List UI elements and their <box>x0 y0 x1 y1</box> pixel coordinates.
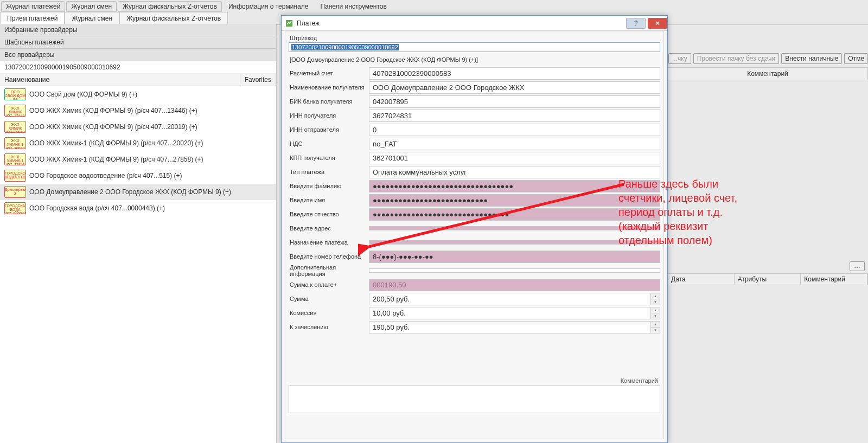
provider-item[interactable]: ГОРОДСКОЕ ВОДООТВЕДЕНИЕООО Городское вод… <box>0 168 276 184</box>
provider-item[interactable]: ЖКХ ХИМИК-1 407..27858ООО ЖКХ Химик-1 (К… <box>0 151 276 168</box>
provider-logo: ГОРОДСКОЕ ВОДООТВЕДЕНИЕ <box>4 170 26 182</box>
dialog-body: Штрихкод 1307200210090000190500900001069… <box>285 31 664 439</box>
main-tab[interactable]: Панели инструментов <box>315 1 392 12</box>
provider-item[interactable]: ЖКХ ХИМИК 407..20019ООО ЖКХ Химик (КОД Ф… <box>0 119 276 135</box>
field-row: Сумма200,50 руб.▲▼ <box>289 292 660 306</box>
sub-tab[interactable]: Журнал фискальных Z-отчетов <box>119 12 228 24</box>
barcode-label: Штрихкод <box>290 35 660 41</box>
close-button[interactable]: ✕ <box>648 18 667 29</box>
field-value[interactable]: ●●●●●●●●●●●●●●●●●●●●●●●●●●●●●●●●● <box>369 180 660 192</box>
field-label: ИНН отправителя <box>289 126 369 133</box>
field-value[interactable]: 190,50 руб. <box>369 321 650 333</box>
provider-item[interactable]: Домоуправление 2ООО Домоуправление 2 ООО… <box>0 184 276 200</box>
field-value[interactable]: 042007895 <box>369 95 660 108</box>
col-name: Наименование <box>0 74 240 86</box>
col-date: Дата <box>668 274 735 285</box>
provider-logo: ЖКХ ХИМИК 407..13446 <box>4 105 26 117</box>
cancel-button-fragment[interactable]: Отме <box>844 53 868 64</box>
field-row: Тип платежаОплата коммунальных услуг <box>289 165 660 179</box>
field-row: Назначение платежа <box>289 235 660 249</box>
field-value[interactable] <box>369 226 660 230</box>
field-value[interactable]: 0 <box>369 124 660 136</box>
main-tab[interactable]: Журнал фискальных Z-отчетов <box>118 1 222 12</box>
spinner[interactable]: ▲▼ <box>650 293 660 305</box>
field-row: Сумма к оплате+000190.50 <box>289 278 660 292</box>
field-value[interactable]: 40702810002390000583 <box>369 67 660 80</box>
barcode-input[interactable]: 13072002100900001905009000010692 <box>289 42 660 52</box>
comment-textarea[interactable] <box>289 385 660 413</box>
provider-number: 13072002100900001905009000010692 <box>0 61 276 74</box>
payment-dialog: Платеж ? ✕ Штрихкод 13072002100900001905… <box>281 15 668 443</box>
col-attributes: Атрибуты <box>735 274 801 285</box>
col-favorites: Favorites <box>240 74 276 86</box>
provider-label: ООО ЖКХ Химик-1 (КОД ФОРМЫ 9) (р/сч 407.… <box>29 139 203 147</box>
dialog-titlebar: Платеж ? ✕ <box>282 16 667 31</box>
field-label: К зачислению <box>289 324 369 330</box>
provider-bracket: [ООО Домоуправление 2 ООО Городское ЖКХ … <box>290 56 660 63</box>
sub-tab[interactable]: Журнал смен <box>65 12 119 24</box>
provider-label: ООО Городская вода (р/сч 407...0000443) … <box>29 204 165 212</box>
sub-tab[interactable]: Прием платежей <box>0 12 65 24</box>
field-label: Наименование получателя <box>289 84 369 91</box>
provider-item[interactable]: ЖКХ ХИМИК-1 407..20020ООО ЖКХ Химик-1 (К… <box>0 135 276 151</box>
provider-item[interactable]: ГОРОДСКАЯ ВОДА 407..0000443ООО Городская… <box>0 200 276 216</box>
provider-logo: ООО СВОЙ ДОМ Ф9 <box>4 88 26 100</box>
field-value[interactable]: ООО Домоуправление 2 ООО Городское ЖКХ <box>369 81 660 94</box>
field-label: КПП получателя <box>289 155 369 161</box>
field-row: Наименование получателяООО Домоуправлени… <box>289 80 660 94</box>
field-row: Введите адрес <box>289 221 660 235</box>
field-value[interactable]: ●●●●●●●●●●●●●●●●●●●●●●●●●●● <box>369 194 660 207</box>
app-icon <box>285 19 293 28</box>
field-row: Введите номер телефона8-(●●●)-●●●-●●-●● <box>289 249 660 264</box>
payment-templates-button[interactable]: Шаблоны платежей <box>0 36 276 49</box>
provider-label: ООО ЖКХ Химик (КОД ФОРМЫ 9) (р/сч 407...… <box>29 107 197 114</box>
field-value[interactable]: no_FAT <box>369 138 660 150</box>
field-row: Введите фамилию●●●●●●●●●●●●●●●●●●●●●●●●●… <box>289 179 660 193</box>
field-row: Комиссия10,00 руб.▲▼ <box>289 306 660 320</box>
provider-logo: Домоуправление 2 <box>4 186 26 198</box>
right-grid-header: Комментарий <box>667 67 868 80</box>
providers-sidebar: Избранные провайдеры Шаблоны платежей Вс… <box>0 24 277 443</box>
provider-label: ООО Свой дом (КОД ФОРМЫ 9) (+) <box>29 91 137 98</box>
field-label: Назначение платежа <box>289 239 369 246</box>
field-value[interactable]: 362701001 <box>369 152 660 164</box>
provider-item[interactable]: ЖКХ ХИМИК 407..13446ООО ЖКХ Химик (КОД Ф… <box>0 102 276 119</box>
field-value[interactable]: 8-(●●●)-●●●-●●-●● <box>369 251 660 263</box>
field-value[interactable]: 000190.50 <box>369 279 660 291</box>
right-toolbar: ...чку Провести пачку без сдачи Внести н… <box>667 52 868 65</box>
process-pack-no-change-button[interactable]: Провести пачку без сдачи <box>693 53 780 64</box>
field-value[interactable]: 10,00 руб. <box>369 307 650 319</box>
field-label: БИК банка получателя <box>289 98 369 105</box>
help-button[interactable]: ? <box>626 18 646 29</box>
right-columns: Дата Атрибуты Комментарий <box>667 273 868 285</box>
field-label: Введите отчество <box>289 211 369 217</box>
all-providers-button[interactable]: Все провайдеры <box>0 49 276 61</box>
field-label: Сумма <box>289 296 369 302</box>
field-label: Введите имя <box>289 197 369 203</box>
main-tab[interactable]: Журнал смен <box>66 1 117 12</box>
field-label: Расчетный счет <box>289 70 369 76</box>
provider-label: ООО ЖКХ Химик-1 (КОД ФОРМЫ 9) (р/сч 407.… <box>29 156 203 163</box>
field-value[interactable] <box>369 240 660 245</box>
deposit-cash-button[interactable]: Внести наличные <box>781 53 842 64</box>
main-tab[interactable]: Журнал платежей <box>1 1 65 12</box>
provider-logo: ГОРОДСКАЯ ВОДА 407..0000443 <box>4 202 26 214</box>
field-value[interactable]: 200,50 руб. <box>369 293 650 305</box>
col-comment: Комментарий <box>801 274 867 285</box>
field-value[interactable]: Оплата коммунальных услуг <box>369 166 660 178</box>
spinner[interactable]: ▲▼ <box>650 307 660 319</box>
ellipsis-button[interactable]: … <box>850 261 865 271</box>
field-value[interactable]: ●●●●●●●●●●●●●●●●●●●●●●●●●●●●●●●● <box>369 208 660 221</box>
field-label: НДС <box>289 140 369 147</box>
field-label: Комиссия <box>289 310 369 316</box>
provider-item[interactable]: ООО СВОЙ ДОМ Ф9ООО Свой дом (КОД ФОРМЫ 9… <box>0 86 276 102</box>
field-row: Введите отчество●●●●●●●●●●●●●●●●●●●●●●●●… <box>289 207 660 221</box>
field-value[interactable] <box>369 268 660 273</box>
field-row: БИК банка получателя042007895 <box>289 94 660 108</box>
spinner[interactable]: ▲▼ <box>650 321 660 333</box>
pack-button-fragment[interactable]: ...чку <box>668 53 691 64</box>
field-row: ИНН получателя3627024831 <box>289 108 660 123</box>
favorite-providers-button[interactable]: Избранные провайдеры <box>0 24 276 36</box>
main-tab[interactable]: Информация о терминале <box>223 1 314 12</box>
field-value[interactable]: 3627024831 <box>369 110 660 122</box>
